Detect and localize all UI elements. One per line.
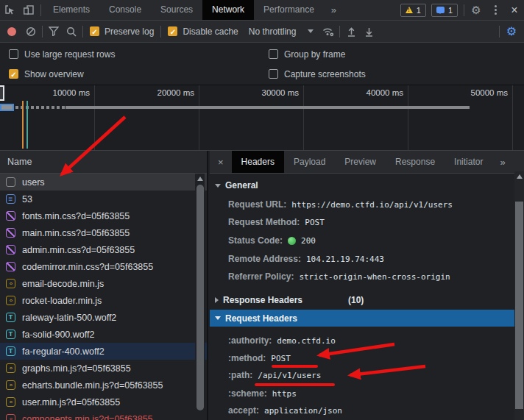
script-icon — [6, 397, 15, 407]
filter-icon[interactable] — [45, 23, 63, 40]
checkbox-checked-icon — [9, 69, 18, 79]
stylesheet-icon — [6, 211, 15, 221]
request-row[interactable]: echarts.bundle.min.js?d=05f63855 — [0, 377, 207, 394]
scroll-up-icon[interactable] — [197, 177, 203, 181]
status-ok-icon — [288, 237, 296, 245]
throttling-dropdown[interactable]: No throttling — [249, 26, 314, 37]
tab-performance[interactable]: Performance — [254, 0, 324, 20]
details-scrollbar[interactable] — [514, 171, 524, 420]
more-tabs-button[interactable]: » — [324, 4, 344, 15]
gridline — [303, 85, 304, 150]
inspect-icon[interactable] — [0, 0, 19, 20]
network-settings-gear-icon[interactable]: ⚙ — [502, 21, 521, 41]
waterfall-bar — [66, 106, 470, 109]
show-overview-checkbox[interactable]: Show overview — [9, 68, 84, 79]
checkbox-checked-icon — [168, 26, 177, 36]
message-count: 1 — [448, 6, 453, 15]
request-details-panel: × Headers Payload Preview Response Initi… — [210, 151, 524, 420]
time-tick: 10000 ms — [38, 88, 90, 97]
checkbox-unchecked-icon — [269, 69, 278, 79]
request-row[interactable]: codemirror.min.css?d=05f63855 — [0, 258, 207, 275]
search-icon[interactable] — [63, 23, 80, 40]
divider — [40, 4, 41, 16]
close-details-icon[interactable]: × — [210, 157, 232, 168]
group-by-frame-checkbox[interactable]: Group by frame — [269, 49, 345, 60]
request-row[interactable]: admin.min.css?d=05f63855 — [0, 241, 207, 258]
more-options-icon[interactable] — [486, 0, 505, 20]
gridline — [408, 85, 408, 150]
issues-badge[interactable]: 1 — [431, 4, 458, 17]
scrollbar-thumb[interactable] — [515, 202, 523, 409]
request-row[interactable]: raleway-latin-500.woff2 — [0, 309, 207, 326]
tab-initiator[interactable]: Initiator — [445, 151, 492, 173]
network-overview-timeline[interactable]: 10000 ms 20000 ms 30000 ms 40000 ms 5000… — [0, 85, 524, 151]
request-row-selected[interactable]: fa-regular-400.woff2 — [0, 343, 207, 360]
tab-sources[interactable]: Sources — [151, 0, 202, 20]
tab-elements[interactable]: Elements — [43, 0, 99, 20]
header-field-method: :method: POST — [228, 352, 291, 364]
request-row-users[interactable]: users — [0, 174, 207, 191]
request-row[interactable]: fa-solid-900.woff2 — [0, 326, 207, 343]
gridline — [94, 85, 95, 150]
export-har-icon[interactable] — [360, 23, 378, 40]
preserve-log-checkbox[interactable]: Preserve log — [90, 26, 154, 37]
tab-preview[interactable]: Preview — [335, 151, 386, 173]
more-detail-tabs-button[interactable]: » — [492, 157, 512, 168]
request-list-panel: Name users 53 fonts.min.css?d=05f63855 m… — [0, 151, 208, 420]
checkbox-checked-icon — [90, 26, 99, 36]
header-field-referrer-policy: Referrer Policy: strict-origin-when-cros… — [228, 271, 450, 282]
overview-left-handle[interactable] — [0, 85, 4, 101]
tab-console[interactable]: Console — [99, 0, 151, 20]
devtools-tabbar: Elements Console Sources Network Perform… — [0, 0, 524, 21]
request-row[interactable]: fonts.min.css?d=05f63855 — [0, 207, 207, 224]
scroll-up-icon[interactable] — [517, 174, 523, 179]
script-error-icon — [6, 414, 15, 420]
request-row[interactable]: email-decode.min.js — [0, 275, 207, 292]
record-icon[interactable] — [7, 27, 16, 36]
close-icon[interactable]: × — [505, 0, 524, 20]
request-headers-section-header[interactable]: Request Headers — [210, 310, 514, 327]
name-column-header[interactable]: Name — [0, 151, 207, 174]
request-row[interactable]: main.min.css?d=05f63855 — [0, 224, 207, 241]
message-icon — [436, 7, 445, 13]
request-row[interactable]: graphs.min.js?d=05f63855 — [0, 360, 207, 377]
clear-icon[interactable] — [22, 23, 40, 40]
response-headers-section-header[interactable]: Response Headers (10) — [215, 294, 514, 306]
request-row[interactable]: user.min.js?d=05f63855 — [0, 394, 207, 410]
request-row[interactable]: 53 — [0, 191, 207, 207]
header-field-remote-address: Remote Address: 104.21.19.74:443 — [228, 253, 384, 265]
divider — [42, 26, 43, 38]
chevron-down-icon — [215, 184, 221, 188]
warnings-badge[interactable]: 1 — [400, 4, 426, 17]
tab-response[interactable]: Response — [386, 151, 445, 173]
stylesheet-icon — [6, 245, 15, 255]
response-headers-count: (10) — [348, 295, 364, 305]
import-har-icon[interactable] — [342, 23, 360, 40]
tab-network[interactable]: Network — [202, 0, 254, 20]
load-event-marker — [26, 101, 28, 149]
details-tabbar: × Headers Payload Preview Response Initi… — [210, 151, 524, 174]
devtools-window: Elements Console Sources Network Perform… — [0, 0, 524, 420]
general-section-header[interactable]: General — [215, 179, 258, 191]
scrollbar-thumb[interactable] — [196, 185, 204, 410]
request-row-error[interactable]: components.min.js?d=05f63855 — [0, 410, 207, 420]
divider — [82, 26, 83, 38]
waterfall-start-chip — [0, 104, 14, 111]
device-toolbar-icon[interactable] — [19, 0, 38, 20]
capture-screenshots-checkbox[interactable]: Capture screenshots — [269, 68, 366, 79]
settings-gear-icon[interactable]: ⚙ — [467, 0, 486, 20]
header-field-request-method: Request Method: POST — [228, 216, 325, 228]
tab-payload[interactable]: Payload — [284, 151, 335, 173]
disable-cache-checkbox[interactable]: Disable cache — [168, 26, 238, 37]
divider — [499, 26, 500, 38]
use-large-request-rows-checkbox[interactable]: Use large request rows — [9, 49, 115, 60]
network-conditions-icon[interactable] — [319, 23, 337, 40]
chevron-right-icon — [215, 297, 219, 303]
request-row[interactable]: rocket-loader.min.js — [0, 292, 207, 309]
time-tick: 50000 ms — [456, 88, 508, 97]
tab-headers[interactable]: Headers — [232, 151, 284, 173]
header-field-accept: accept: application/json — [228, 405, 342, 416]
fetch-request-icon — [6, 177, 15, 187]
request-list-scrollbar[interactable] — [195, 174, 205, 420]
divider — [160, 26, 161, 38]
